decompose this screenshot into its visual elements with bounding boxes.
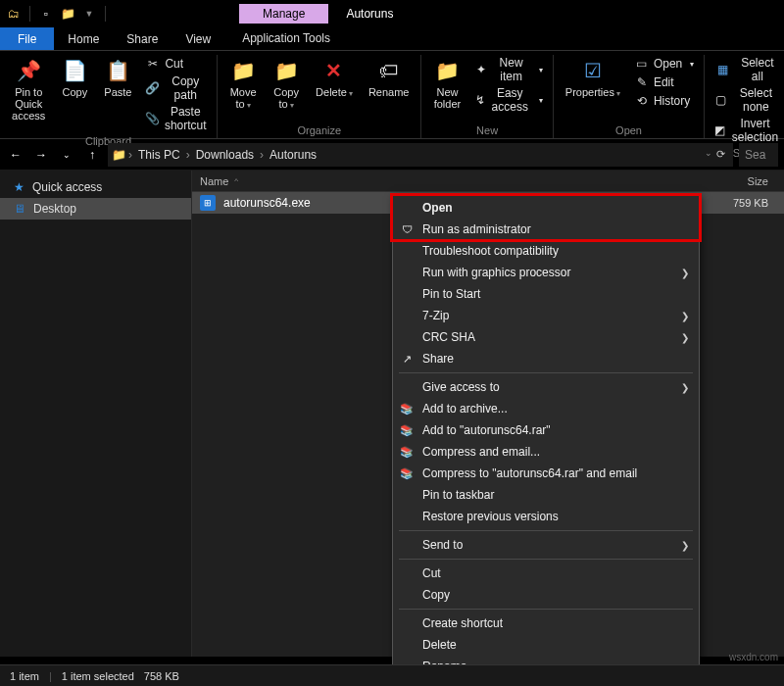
sidebar-item-label: Quick access	[32, 180, 102, 194]
chevron-right-icon[interactable]: ›	[186, 148, 190, 162]
column-name[interactable]: Name^	[192, 175, 417, 187]
shield-icon: 🛡	[399, 221, 415, 237]
shortcut-icon: 📎	[145, 111, 160, 126]
select-all-button[interactable]: ▦Select all	[710, 55, 784, 84]
copy-path-button[interactable]: 🔗Copy path	[141, 74, 211, 103]
up-button[interactable]: ↑	[82, 145, 102, 165]
ctx-copy[interactable]: Copy	[393, 584, 699, 606]
address-bar: ← → ⌄ ↑ 📁 › This PC › Downloads › Autoru…	[0, 139, 784, 171]
breadcrumb-segment[interactable]: Downloads	[192, 148, 258, 162]
new-item-button[interactable]: ✦New item▾	[470, 55, 546, 84]
history-icon: ⟲	[634, 93, 650, 109]
ribbon-group-new: 📁New folder ✦New item▾ ↯Easy access▾ New	[421, 55, 553, 138]
history-button[interactable]: ⟲History	[630, 92, 698, 110]
chevron-right-icon[interactable]: ›	[260, 148, 264, 162]
column-size[interactable]: Size	[740, 175, 784, 187]
invert-selection-button[interactable]: ◩Invert selection	[710, 116, 784, 145]
tab-home[interactable]: Home	[54, 27, 113, 50]
copy-button[interactable]: 📄Copy	[55, 55, 94, 100]
ctx-share[interactable]: ↗Share	[393, 348, 699, 369]
status-count: 1 item	[10, 670, 39, 682]
ctx-delete[interactable]: Delete	[393, 634, 699, 656]
pin-icon: 📌	[15, 57, 42, 84]
tab-application-tools[interactable]: Application Tools	[224, 27, 348, 50]
ctx-run-admin[interactable]: 🛡Run as administrator	[393, 219, 699, 240]
ctx-add-rar[interactable]: 📚Add to "autorunsc64.rar"	[393, 419, 699, 441]
new-item-icon: ✦	[474, 62, 487, 77]
copy-to-button[interactable]: 📁Copy to	[267, 55, 306, 114]
forward-button[interactable]: →	[31, 145, 51, 165]
folder-icon: 📁	[112, 148, 126, 162]
sidebar-item-quick-access[interactable]: ★ Quick access	[0, 176, 191, 198]
ctx-send-to[interactable]: Send to❯	[393, 534, 699, 556]
context-menu: Open 🛡Run as administrator Troubleshoot …	[392, 194, 700, 686]
paste-shortcut-button[interactable]: 📎Paste shortcut	[141, 104, 211, 133]
ctx-pin-taskbar[interactable]: Pin to taskbar	[393, 484, 699, 506]
chevron-right-icon[interactable]: ›	[128, 148, 132, 162]
ctx-pin-start[interactable]: Pin to Start	[393, 283, 699, 305]
cut-button[interactable]: ✂Cut	[141, 55, 211, 73]
breadcrumb-segment[interactable]: This PC	[134, 148, 184, 162]
dropdown-icon[interactable]: ▼	[81, 6, 97, 22]
ctx-troubleshoot[interactable]: Troubleshoot compatibility	[393, 240, 699, 262]
separator	[29, 6, 30, 22]
manage-tab[interactable]: Manage	[239, 4, 328, 24]
sidebar-item-desktop[interactable]: 🖥 Desktop	[0, 198, 191, 220]
ribbon: 📌Pin to Quick access 📄Copy 📋Paste ✂Cut 🔗…	[0, 51, 784, 139]
ctx-crc[interactable]: CRC SHA❯	[393, 326, 699, 348]
paste-button[interactable]: 📋Paste	[98, 55, 137, 100]
edit-button[interactable]: ✎Edit	[630, 74, 698, 91]
separator	[399, 530, 693, 531]
folder-icon[interactable]: 🗂	[6, 6, 22, 22]
breadcrumb-segment[interactable]: Autoruns	[266, 148, 320, 162]
delete-button[interactable]: ✕Delete	[310, 55, 359, 102]
back-button[interactable]: ←	[6, 145, 25, 165]
rename-button[interactable]: 🏷Rename	[363, 55, 416, 100]
new-folder-button[interactable]: 📁New folder	[427, 55, 466, 112]
pin-button[interactable]: 📌Pin to Quick access	[6, 55, 51, 123]
star-icon: ★	[14, 180, 24, 194]
desktop-icon: 🖥	[14, 202, 25, 216]
ctx-open[interactable]: Open	[393, 197, 699, 219]
chevron-right-icon: ❯	[681, 311, 689, 321]
breadcrumb[interactable]: 📁 › This PC › Downloads › Autoruns ⌄ ⟳	[108, 143, 733, 167]
ctx-add-archive[interactable]: 📚Add to archive...	[393, 398, 699, 419]
ctx-run-gpu[interactable]: Run with graphics processor❯	[393, 262, 699, 283]
dropdown-icon[interactable]: ⌄	[705, 148, 712, 161]
easy-access-button[interactable]: ↯Easy access▾	[470, 85, 546, 115]
path-icon: 🔗	[145, 80, 160, 96]
folder-icon[interactable]: 📁	[60, 6, 75, 22]
archive-icon: 📚	[399, 444, 415, 460]
ctx-compress-email[interactable]: 📚Compress and email...	[393, 441, 699, 463]
tab-file[interactable]: File	[0, 27, 54, 50]
edit-icon: ✎	[634, 74, 650, 90]
invert-icon: ◩	[714, 122, 725, 138]
ctx-create-shortcut[interactable]: Create shortcut	[393, 612, 699, 634]
separator	[399, 609, 693, 610]
ctx-7zip[interactable]: 7-Zip❯	[393, 305, 699, 326]
properties-button[interactable]: ☑Properties	[560, 55, 626, 102]
rename-icon: 🏷	[375, 57, 403, 84]
navigation-pane: ★ Quick access 🖥 Desktop	[0, 171, 192, 657]
ctx-restore[interactable]: Restore previous versions	[393, 506, 699, 527]
watermark: wsxdn.com	[729, 652, 778, 662]
refresh-icon[interactable]: ⟳	[716, 148, 725, 161]
status-bar: 1 item | 1 item selected 758 KB	[0, 664, 784, 686]
select-none-button[interactable]: ▢Select none	[710, 85, 784, 115]
ctx-compress-rar-email[interactable]: 📚Compress to "autorunsc64.rar" and email	[393, 463, 699, 484]
open-icon: ▭	[634, 56, 650, 72]
ctx-give-access[interactable]: Give access to❯	[393, 376, 699, 398]
search-input[interactable]: Sea	[739, 143, 778, 167]
recent-button[interactable]: ⌄	[57, 145, 76, 165]
tab-view[interactable]: View	[172, 27, 224, 50]
open-button[interactable]: ▭Open▾	[630, 55, 698, 73]
move-to-button[interactable]: 📁Move to	[223, 55, 263, 114]
tab-share[interactable]: Share	[113, 27, 172, 50]
file-icon[interactable]: ▫	[38, 6, 54, 22]
share-icon: ↗	[399, 351, 415, 367]
window-title: Autoruns	[346, 7, 393, 21]
move-icon: 📁	[229, 57, 257, 84]
ribbon-group-open: ☑Properties ▭Open▾ ✎Edit ⟲History Open	[554, 55, 706, 138]
quick-access-toolbar: 🗂 ▫ 📁 ▼	[0, 6, 114, 22]
ctx-cut[interactable]: Cut	[393, 563, 699, 584]
